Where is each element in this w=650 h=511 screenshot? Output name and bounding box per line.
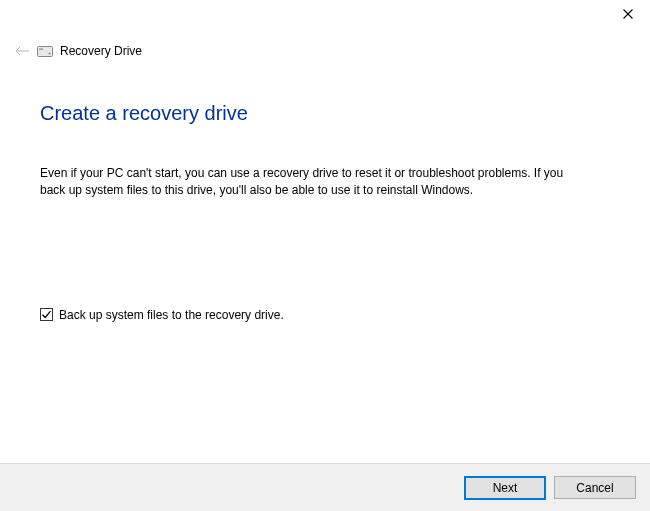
next-button[interactable]: Next (464, 476, 546, 500)
backup-checkbox[interactable] (40, 308, 53, 321)
header-bar: Recovery Drive (0, 30, 650, 64)
back-button[interactable] (12, 43, 32, 59)
arrow-left-icon (14, 45, 30, 57)
svg-rect-3 (38, 46, 53, 56)
checkmark-icon (41, 309, 52, 320)
svg-point-5 (49, 52, 51, 54)
page-description: Even if your PC can't start, you can use… (40, 165, 580, 200)
drive-icon (36, 44, 54, 58)
footer-bar: Next Cancel (0, 463, 650, 511)
backup-checkbox-label: Back up system files to the recovery dri… (59, 308, 284, 322)
backup-checkbox-row[interactable]: Back up system files to the recovery dri… (40, 308, 610, 322)
titlebar (0, 0, 650, 30)
cancel-button[interactable]: Cancel (554, 476, 636, 499)
page-title: Create a recovery drive (40, 102, 610, 125)
close-icon (623, 9, 633, 19)
content-area: Create a recovery drive Even if your PC … (0, 64, 650, 322)
svg-rect-4 (39, 48, 43, 49)
window-name: Recovery Drive (60, 44, 142, 58)
wizard-window: Recovery Drive Create a recovery drive E… (0, 0, 650, 511)
close-button[interactable] (606, 0, 650, 28)
